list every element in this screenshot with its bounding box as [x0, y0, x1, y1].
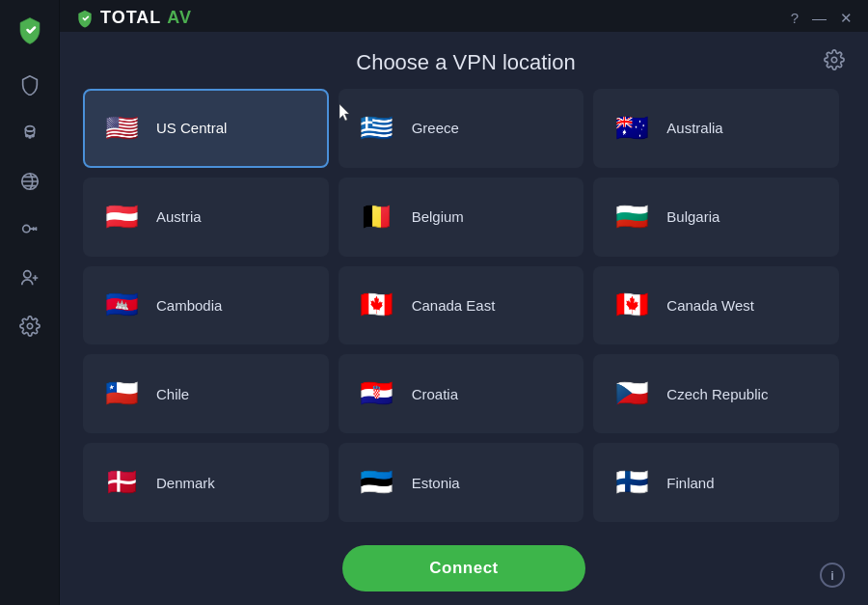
svg-point-7: [27, 323, 33, 329]
vpn-location-item[interactable]: 🇨🇦Canada West: [593, 266, 839, 345]
vpn-location-item[interactable]: 🇩🇰Denmark: [83, 443, 329, 522]
gear-icon: [824, 49, 845, 70]
flag-icon: 🇦🇺: [610, 113, 653, 144]
vpn-location-item[interactable]: 🇧🇪Belgium: [339, 178, 584, 257]
vpn-location-item[interactable]: 🇨🇿Czech Republic: [593, 354, 839, 433]
info-button[interactable]: i: [820, 563, 845, 588]
page-title: Choose a VPN location: [108, 50, 824, 75]
vpn-location-item[interactable]: 🇫🇮Finland: [593, 443, 839, 522]
location-name: Australia: [666, 120, 722, 136]
brand-total: TOTAL: [100, 8, 161, 28]
page-header: Choose a VPN location: [83, 32, 845, 89]
flag-icon: 🇧🇬: [610, 202, 653, 233]
flag-icon: 🇨🇦: [610, 289, 653, 320]
brand-shield-icon: [75, 9, 95, 28]
help-button[interactable]: ?: [791, 10, 799, 26]
titlebar: TOTALAV ? — ✕: [60, 0, 868, 32]
vpn-location-item[interactable]: 🇭🇷Croatia: [339, 354, 584, 433]
connect-button[interactable]: Connect: [342, 545, 585, 591]
sidebar: [0, 0, 60, 605]
vpn-location-item[interactable]: 🇨🇦Canada East: [339, 266, 584, 345]
svg-point-3: [32, 135, 34, 137]
close-button[interactable]: ✕: [840, 10, 853, 27]
flag-icon: 🇩🇰: [100, 467, 143, 498]
location-name: Bulgaria: [666, 208, 719, 225]
svg-point-8: [831, 57, 837, 63]
flag-icon: 🇺🇸: [100, 113, 143, 144]
location-name: Belgium: [412, 208, 464, 225]
svg-point-2: [29, 136, 31, 138]
location-name: Finland: [666, 475, 714, 491]
settings-button[interactable]: [824, 49, 845, 75]
vpn-location-item[interactable]: 🇦🇹Austria: [83, 178, 329, 257]
sidebar-item-passwords[interactable]: [9, 208, 51, 251]
flag-icon: 🇪🇪: [356, 467, 398, 498]
app-brand: TOTALAV: [75, 8, 192, 28]
main-panel: TOTALAV ? — ✕ Choose a VPN location: [60, 0, 868, 605]
flag-icon: 🇦🇹: [100, 202, 143, 233]
sidebar-logo: [15, 15, 44, 44]
content-area: Choose a VPN location 🇺🇸US Central🇬🇷Gree…: [60, 32, 868, 532]
sidebar-item-privacy[interactable]: [9, 112, 51, 154]
flag-icon: 🇨🇦: [356, 289, 398, 320]
flag-icon: 🇭🇷: [356, 378, 398, 409]
location-name: Denmark: [156, 475, 215, 491]
flag-icon: 🇨🇱: [100, 378, 143, 409]
vpn-location-item[interactable]: 🇦🇺Australia: [593, 89, 839, 168]
location-name: Croatia: [412, 386, 458, 402]
location-name: Czech Republic: [666, 386, 768, 402]
vpn-location-item[interactable]: 🇬🇷Greece: [339, 89, 584, 168]
brand-av: AV: [167, 8, 192, 28]
svg-point-1: [25, 135, 27, 137]
location-name: US Central: [156, 120, 227, 136]
minimize-button[interactable]: —: [812, 10, 827, 26]
location-name: Canada East: [412, 297, 496, 314]
svg-point-6: [23, 271, 30, 278]
vpn-location-item[interactable]: 🇨🇱Chile: [83, 354, 329, 433]
flag-icon: 🇨🇿: [610, 378, 653, 409]
location-name: Austria: [156, 208, 202, 225]
bottom-bar: Connect i: [60, 532, 868, 605]
flag-icon: 🇧🇪: [356, 202, 398, 233]
vpn-location-item[interactable]: 🇪🇪Estonia: [339, 443, 584, 522]
location-name: Estonia: [412, 475, 460, 491]
svg-point-5: [22, 225, 29, 232]
vpn-location-grid: 🇺🇸US Central🇬🇷Greece🇦🇺Australia🇦🇹Austria…: [83, 89, 845, 532]
sidebar-item-vpn[interactable]: [9, 160, 51, 203]
vpn-location-item[interactable]: 🇺🇸US Central: [83, 89, 329, 168]
window-controls: ? — ✕: [791, 10, 853, 27]
sidebar-item-antivirus[interactable]: [9, 64, 51, 106]
shield-logo-icon: [15, 15, 44, 44]
sidebar-item-settings[interactable]: [9, 305, 51, 347]
location-name: Greece: [412, 120, 459, 136]
vpn-location-item[interactable]: 🇰🇭Cambodia: [83, 266, 329, 345]
flag-icon: 🇰🇭: [100, 289, 143, 320]
flag-icon: 🇬🇷: [356, 113, 398, 144]
location-name: Cambodia: [156, 297, 222, 314]
flag-icon: 🇫🇮: [610, 467, 653, 498]
vpn-location-item[interactable]: 🇧🇬Bulgaria: [593, 178, 839, 257]
sidebar-item-add-user[interactable]: [9, 257, 51, 299]
location-name: Chile: [156, 386, 189, 402]
location-name: Canada West: [666, 297, 754, 314]
